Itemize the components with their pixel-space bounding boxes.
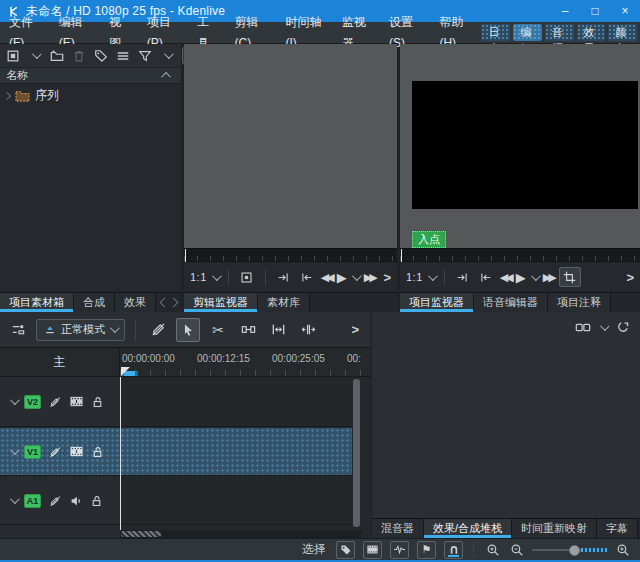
clip-monitor-ruler[interactable] (184, 248, 397, 261)
zoom-in-icon[interactable] (614, 541, 632, 559)
track-header-v2[interactable]: V2 (0, 377, 120, 427)
track-target-badge[interactable]: A1 (24, 494, 41, 508)
ripple-tool-icon[interactable] (266, 318, 290, 342)
play-options-chevron[interactable] (352, 271, 362, 281)
tag-toggle-button[interactable] (336, 541, 355, 559)
track-lane-a1[interactable] (120, 477, 352, 525)
zoom-chevron-icon[interactable] (212, 271, 222, 281)
tab-clip-monitor[interactable]: 剪辑监视器 (184, 293, 258, 312)
waveform-toggle-button[interactable] (390, 541, 409, 559)
markers-toggle-button[interactable]: ⚑ (417, 541, 436, 559)
zone-mode-icon[interactable] (238, 268, 256, 286)
tags-button[interactable] (92, 47, 110, 65)
add-clip-chevron[interactable] (26, 47, 44, 65)
tab-effect-stack[interactable]: 效果/合成堆栈 (424, 519, 512, 538)
zoom-fit-icon[interactable] (484, 541, 502, 559)
thumbnails-toggle-button[interactable] (363, 541, 382, 559)
play-icon[interactable]: ▶ (337, 271, 347, 284)
scrollbar-thumb[interactable] (121, 531, 161, 537)
set-out-point-icon[interactable] (298, 268, 316, 286)
slider-thumb[interactable] (569, 545, 580, 556)
timeline-vertical-scrollbar[interactable] (353, 379, 360, 527)
project-monitor-ruler[interactable] (400, 248, 640, 261)
video-frame[interactable] (412, 81, 638, 209)
bin-item-list[interactable]: 序列 (0, 84, 181, 292)
forward-icon[interactable]: ▶▶ (543, 272, 554, 283)
maximize-button[interactable]: □ (580, 0, 610, 22)
layout-color[interactable]: 颜色 (608, 24, 637, 41)
tab-subtitles[interactable]: 字幕 (597, 519, 638, 538)
timeline-horizontal-scrollbar[interactable] (120, 530, 361, 538)
tab-project-notes[interactable]: 项目注释 (548, 293, 611, 312)
bin-column-header[interactable]: 名称 (0, 67, 181, 84)
timeline-zoom-slider[interactable] (532, 542, 608, 558)
selection-tool-button[interactable] (176, 318, 200, 342)
tab-time-remap[interactable]: 时间重新映射 (512, 519, 597, 538)
zoom-chevron-icon[interactable] (428, 271, 438, 281)
project-monitor-view[interactable]: 入点 (400, 44, 640, 248)
sort-ascending-icon[interactable] (161, 72, 171, 82)
create-folder-button[interactable] (48, 47, 66, 65)
options-chevron-icon[interactable] (600, 321, 610, 331)
track-header-v1[interactable]: V1 (0, 428, 120, 476)
track-lane-v1[interactable] (120, 428, 352, 476)
split-compare-icon[interactable] (575, 320, 591, 334)
track-effects-off-icon[interactable] (48, 494, 62, 508)
track-header-a2[interactable]: A2 (0, 526, 120, 538)
expander-icon[interactable] (3, 91, 11, 99)
tab-speech-editor[interactable]: 语音编辑器 (474, 293, 548, 312)
minimize-button[interactable]: – (550, 0, 580, 22)
track-target-badge[interactable]: V2 (24, 395, 41, 409)
set-in-point-icon[interactable] (454, 268, 472, 286)
playhead-marker[interactable] (121, 367, 130, 376)
layout-audio[interactable]: 音频 (545, 24, 574, 41)
lock-open-icon[interactable] (90, 494, 103, 508)
track-effects-off-icon[interactable] (48, 395, 62, 409)
master-track-button[interactable]: 主 (0, 348, 120, 376)
collapse-track-icon[interactable] (10, 445, 20, 455)
layout-effects[interactable]: 效果 (577, 24, 606, 41)
project-monitor-zoom[interactable]: 1:1 (406, 271, 423, 283)
play-icon[interactable]: ▶ (516, 271, 526, 284)
razor-tool-icon[interactable]: ✂ (206, 318, 230, 342)
tab-compositions[interactable]: 合成 (74, 293, 115, 312)
clip-monitor-playhead[interactable] (185, 249, 186, 262)
filter-button[interactable] (136, 47, 154, 65)
track-lane-v2[interactable] (120, 377, 352, 427)
add-clip-button[interactable] (4, 47, 22, 65)
track-effects-off-icon[interactable] (48, 445, 62, 459)
layout-logging[interactable]: 日志 (481, 24, 510, 41)
lock-open-icon[interactable] (91, 395, 104, 409)
edit-mode-dropdown[interactable]: 正常模式 (36, 319, 125, 341)
clip-monitor-view[interactable] (184, 44, 397, 248)
tab-effects[interactable]: 效果 (115, 293, 156, 312)
tab-project-bin[interactable]: 项目素材箱 (0, 293, 74, 312)
snap-toggle-button[interactable] (444, 541, 463, 559)
transport-overflow-icon[interactable]: > (383, 270, 391, 285)
collapse-track-icon[interactable] (10, 395, 20, 405)
mix-clips-icon[interactable] (146, 318, 170, 342)
timeline-ruler[interactable]: 00:00:00:00 00:00:12:15 00:00:25:05 00: (120, 348, 371, 376)
zone-crop-button[interactable] (559, 267, 581, 287)
forward-icon[interactable]: ▶▶ (364, 272, 375, 283)
bin-item-sequence[interactable]: 序列 (0, 87, 181, 104)
collapse-track-icon[interactable] (10, 494, 20, 504)
clip-monitor-zoom[interactable]: 1:1 (190, 271, 207, 283)
tab-scroll-right-icon[interactable] (169, 298, 179, 308)
track-target-icon[interactable] (6, 318, 30, 342)
track-header-a1[interactable]: A1 (0, 477, 120, 525)
rewind-icon[interactable]: ◀◀ (500, 272, 511, 283)
set-out-point-icon[interactable] (477, 268, 495, 286)
layout-editing[interactable]: 编辑 (513, 24, 542, 41)
toolbar-overflow-icon[interactable]: > (351, 322, 365, 337)
track-target-badge[interactable]: V1 (24, 445, 41, 459)
tab-library[interactable]: 素材库 (258, 293, 310, 312)
slip-tool-icon[interactable] (296, 318, 320, 342)
close-button[interactable]: × (610, 0, 640, 22)
hide-video-icon[interactable] (69, 395, 84, 408)
play-options-chevron[interactable] (531, 271, 541, 281)
delete-button[interactable] (70, 47, 88, 65)
tab-project-monitor[interactable]: 项目监视器 (400, 293, 474, 312)
project-monitor-playhead[interactable] (401, 249, 402, 262)
transport-overflow-icon[interactable]: > (626, 270, 634, 285)
